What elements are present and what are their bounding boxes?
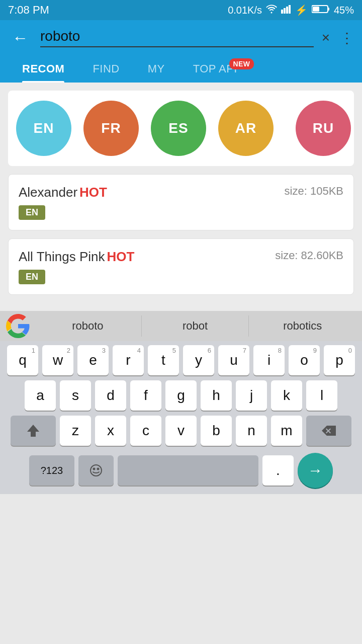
emoji-key[interactable]	[78, 455, 114, 486]
new-badge: New	[229, 58, 253, 69]
svg-point-8	[94, 468, 95, 470]
app-card-0[interactable]: AlexanderHOT size: 105KB EN	[8, 174, 354, 230]
suggestion-robot[interactable]: robot	[141, 315, 249, 337]
key-u[interactable]: u7	[218, 345, 249, 375]
search-query: roboto	[40, 28, 80, 44]
charging-icon: ⚡	[295, 4, 308, 16]
lang-fr[interactable]: FR	[83, 101, 139, 156]
svg-point-9	[98, 468, 99, 470]
shift-key[interactable]	[11, 416, 56, 446]
app-lang-1: EN	[19, 270, 343, 284]
keyboard: q1 w2 e3 r4 t5 y6 u7 i8 o9 p0 a s d f g …	[0, 341, 362, 494]
key-k[interactable]: k	[271, 380, 302, 411]
suggestion-robotics[interactable]: robotics	[248, 315, 356, 337]
key-n[interactable]: n	[236, 416, 267, 446]
key-e[interactable]: e3	[77, 345, 109, 375]
search-actions: × ⋮	[322, 30, 354, 46]
back-button[interactable]: ←	[8, 27, 32, 49]
key-row-bottom: ?123 . →	[2, 451, 360, 492]
lang-es[interactable]: ES	[151, 101, 206, 156]
key-p[interactable]: p0	[324, 345, 355, 375]
space-key[interactable]	[118, 455, 258, 486]
key-s[interactable]: s	[60, 380, 91, 411]
app-size-0: size: 105KB	[285, 185, 343, 198]
key-z[interactable]: z	[60, 416, 91, 446]
lang-en[interactable]: EN	[16, 101, 71, 156]
app-size-1: size: 82.60KB	[275, 249, 343, 262]
svg-rect-6	[313, 7, 319, 12]
time: 7:08 PM	[8, 4, 49, 17]
key-f[interactable]: f	[130, 380, 161, 411]
key-h[interactable]: h	[201, 380, 232, 411]
key-m[interactable]: m	[271, 416, 302, 446]
status-bar: 7:08 PM 0.01K/s ⚡ 45%	[0, 0, 362, 20]
tab-recom[interactable]: RECOM	[8, 55, 78, 83]
status-icons: 0.01K/s ⚡ 45%	[228, 4, 354, 16]
keyboard-suggestions: roboto robot robotics	[0, 311, 362, 341]
language-row: EN FR ES AR RU	[8, 91, 354, 166]
key-d[interactable]: d	[95, 380, 126, 411]
period-key[interactable]: .	[262, 455, 294, 486]
app-card-header-1: All Things PinkHOT size: 82.60KB	[19, 249, 343, 265]
key-g[interactable]: g	[165, 380, 197, 411]
lang-ru[interactable]: RU	[296, 101, 351, 156]
wifi-icon	[266, 5, 277, 16]
key-c[interactable]: c	[130, 416, 161, 446]
key-v[interactable]: v	[165, 416, 197, 446]
battery-icon	[312, 5, 330, 16]
app-name-area-1: All Things PinkHOT	[19, 249, 134, 265]
clear-button[interactable]: ×	[322, 30, 330, 46]
enter-key[interactable]: →	[298, 453, 333, 488]
tab-bar: RECOM FIND MY TOP APP New	[0, 55, 362, 83]
hot-label-0: HOT	[79, 185, 107, 200]
key-j[interactable]: j	[236, 380, 267, 411]
key-y[interactable]: y6	[183, 345, 214, 375]
svg-point-7	[90, 465, 102, 476]
key-w[interactable]: w2	[42, 345, 73, 375]
key-t[interactable]: t5	[148, 345, 179, 375]
svg-rect-1	[284, 8, 286, 14]
svg-rect-3	[289, 5, 291, 14]
battery-percent: 45%	[334, 5, 354, 16]
app-card-header-0: AlexanderHOT size: 105KB	[19, 185, 343, 200]
num-switch-key[interactable]: ?123	[29, 455, 74, 486]
key-row-3: z x c v b n m	[2, 416, 360, 446]
tab-topapp[interactable]: TOP APP New	[179, 55, 256, 83]
app-name-area-0: AlexanderHOT	[19, 185, 107, 200]
search-input-area[interactable]: roboto	[40, 28, 314, 47]
key-l[interactable]: l	[306, 380, 337, 411]
app-card-1[interactable]: All Things PinkHOT size: 82.60KB EN	[8, 238, 354, 295]
google-icon	[6, 314, 30, 338]
key-a[interactable]: a	[25, 380, 56, 411]
app-lang-0: EN	[19, 205, 343, 220]
lang-ar[interactable]: AR	[218, 101, 274, 156]
key-o[interactable]: o9	[289, 345, 320, 375]
backspace-key[interactable]	[306, 416, 351, 446]
content-area: EN FR ES AR RU AlexanderHOT size: 105KB …	[0, 83, 362, 311]
svg-rect-2	[286, 7, 288, 14]
svg-rect-0	[281, 10, 283, 14]
tab-find[interactable]: FIND	[78, 55, 133, 83]
key-row-1: q1 w2 e3 r4 t5 y6 u7 i8 o9 p0	[2, 345, 360, 375]
key-b[interactable]: b	[201, 416, 232, 446]
key-x[interactable]: x	[95, 416, 126, 446]
app-name-0: Alexander	[19, 185, 77, 200]
key-i[interactable]: i8	[253, 345, 285, 375]
key-row-2: a s d f g h j k l	[2, 380, 360, 411]
svg-rect-5	[328, 8, 329, 11]
signal-icon	[281, 5, 291, 16]
app-name-1: All Things Pink	[19, 249, 105, 264]
more-options-button[interactable]: ⋮	[340, 30, 354, 46]
key-q[interactable]: q1	[7, 345, 38, 375]
search-bar: ← roboto × ⋮	[0, 20, 362, 55]
tab-my[interactable]: MY	[134, 55, 179, 83]
key-r[interactable]: r4	[113, 345, 144, 375]
suggestion-roboto[interactable]: roboto	[34, 315, 141, 337]
data-speed: 0.01K/s	[228, 5, 262, 16]
hot-label-1: HOT	[107, 249, 135, 264]
